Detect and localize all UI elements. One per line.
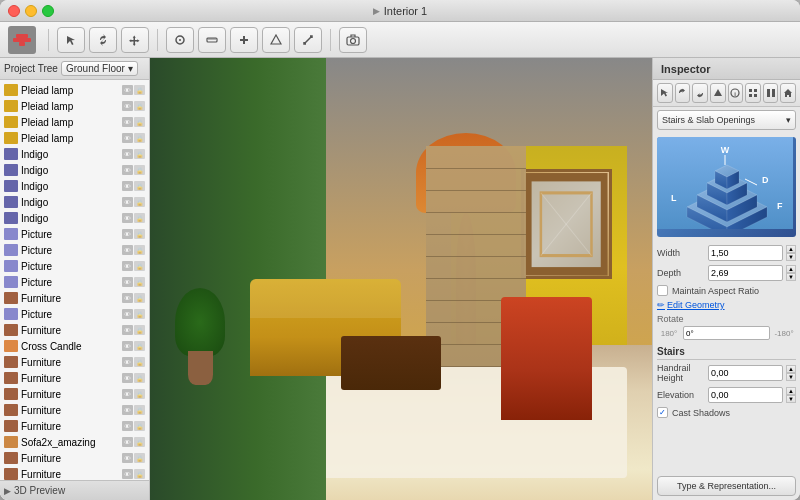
tree-item[interactable]: Furniture 👁 🔒 (0, 290, 149, 306)
visibility-icon[interactable]: 👁 (122, 117, 133, 127)
visibility-icon[interactable]: 👁 (122, 181, 133, 191)
3d-preview-toggle[interactable]: ▶ 3D Preview (0, 480, 149, 500)
visibility-icon[interactable]: 👁 (122, 245, 133, 255)
lock-icon[interactable]: 🔒 (134, 437, 145, 447)
lock-icon[interactable]: 🔒 (134, 101, 145, 111)
lock-icon[interactable]: 🔒 (134, 373, 145, 383)
lock-icon[interactable]: 🔒 (134, 85, 145, 95)
tree-item[interactable]: Furniture 👁 🔒 (0, 322, 149, 338)
tree-item[interactable]: Picture 👁 🔒 (0, 258, 149, 274)
lock-icon[interactable]: 🔒 (134, 309, 145, 319)
cast-shadows-checkbox[interactable]: ✓ (657, 407, 668, 418)
elevation-step-up[interactable]: ▲ (786, 387, 796, 395)
visibility-icon[interactable]: 👁 (122, 293, 133, 303)
elevation-step-down[interactable]: ▼ (786, 395, 796, 403)
close-button[interactable] (8, 5, 20, 17)
tree-item[interactable]: Furniture 👁 🔒 (0, 386, 149, 402)
lock-icon[interactable]: 🔒 (134, 261, 145, 271)
tree-item[interactable]: Picture 👁 🔒 (0, 242, 149, 258)
handrail-stepper[interactable]: ▲ ▼ (786, 365, 796, 381)
viewport[interactable] (150, 58, 652, 500)
tree-item[interactable]: Indigo 👁 🔒 (0, 194, 149, 210)
visibility-icon[interactable]: 👁 (122, 229, 133, 239)
handrail-step-up[interactable]: ▲ (786, 365, 796, 373)
lock-icon[interactable]: 🔒 (134, 469, 145, 479)
tree-item[interactable]: Indigo 👁 🔒 (0, 210, 149, 226)
lock-icon[interactable]: 🔒 (134, 117, 145, 127)
toolbar-btn-shape[interactable] (262, 27, 290, 53)
visibility-icon[interactable]: 👁 (122, 277, 133, 287)
lock-icon[interactable]: 🔒 (134, 357, 145, 367)
width-stepper[interactable]: ▲ ▼ (786, 245, 796, 261)
visibility-icon[interactable]: 👁 (122, 389, 133, 399)
toolbar-btn-add[interactable] (230, 27, 258, 53)
lock-icon[interactable]: 🔒 (134, 277, 145, 287)
tree-item[interactable]: Picture 👁 🔒 (0, 274, 149, 290)
toolbar-btn-ruler[interactable] (198, 27, 226, 53)
toolbar-btn-select[interactable] (57, 27, 85, 53)
tree-item[interactable]: Furniture 👁 🔒 (0, 418, 149, 434)
lock-icon[interactable]: 🔒 (134, 325, 145, 335)
visibility-icon[interactable]: 👁 (122, 165, 133, 175)
inspector-btn-split[interactable] (763, 83, 779, 103)
visibility-icon[interactable]: 👁 (122, 357, 133, 367)
depth-step-down[interactable]: ▼ (786, 273, 796, 281)
visibility-icon[interactable]: 👁 (122, 213, 133, 223)
visibility-icon[interactable]: 👁 (122, 261, 133, 271)
lock-icon[interactable]: 🔒 (134, 197, 145, 207)
toolbar-btn-rotate[interactable] (89, 27, 117, 53)
tree-item[interactable]: Cross Candle 👁 🔒 (0, 338, 149, 354)
tree-item[interactable]: Picture 👁 🔒 (0, 226, 149, 242)
visibility-icon[interactable]: 👁 (122, 85, 133, 95)
visibility-icon[interactable]: 👁 (122, 469, 133, 479)
inspector-btn-info[interactable]: i (728, 83, 744, 103)
width-step-down[interactable]: ▼ (786, 253, 796, 261)
lock-icon[interactable]: 🔒 (134, 389, 145, 399)
handrail-step-down[interactable]: ▼ (786, 373, 796, 381)
lock-icon[interactable]: 🔒 (134, 133, 145, 143)
tree-item[interactable]: Furniture 👁 🔒 (0, 466, 149, 480)
inspector-btn-rotate-l[interactable] (675, 83, 691, 103)
visibility-icon[interactable]: 👁 (122, 437, 133, 447)
lock-icon[interactable]: 🔒 (134, 149, 145, 159)
edit-geometry-link[interactable]: ✏ Edit Geometry (657, 300, 796, 310)
lock-icon[interactable]: 🔒 (134, 341, 145, 351)
visibility-icon[interactable]: 👁 (122, 453, 133, 463)
tree-item[interactable]: Picture 👁 🔒 (0, 306, 149, 322)
section-dropdown[interactable]: Stairs & Slab Openings ▾ (657, 110, 796, 130)
depth-step-up[interactable]: ▲ (786, 265, 796, 273)
lock-icon[interactable]: 🔒 (134, 453, 145, 463)
tree-item[interactable]: Furniture 👁 🔒 (0, 370, 149, 386)
toolbar-btn-circle[interactable] (166, 27, 194, 53)
maintain-aspect-checkbox[interactable] (657, 285, 668, 296)
toolbar-btn-resize[interactable] (294, 27, 322, 53)
toolbar-btn-camera[interactable] (339, 27, 367, 53)
visibility-icon[interactable]: 👁 (122, 341, 133, 351)
elevation-stepper[interactable]: ▲ ▼ (786, 387, 796, 403)
toolbar-btn-move[interactable] (121, 27, 149, 53)
tree-item[interactable]: Furniture 👁 🔒 (0, 402, 149, 418)
inspector-btn-home[interactable] (780, 83, 796, 103)
lock-icon[interactable]: 🔒 (134, 229, 145, 239)
tree-item[interactable]: Furniture 👁 🔒 (0, 354, 149, 370)
lock-icon[interactable]: 🔒 (134, 181, 145, 191)
tree-item[interactable]: Sofa2x_amazing 👁 🔒 (0, 434, 149, 450)
tree-list[interactable]: Pleiad lamp 👁 🔒 Pleiad lamp 👁 🔒 Pleiad l… (0, 80, 149, 480)
tree-item[interactable]: Pleiad lamp 👁 🔒 (0, 98, 149, 114)
tree-item[interactable]: Indigo 👁 🔒 (0, 146, 149, 162)
lock-icon[interactable]: 🔒 (134, 421, 145, 431)
visibility-icon[interactable]: 👁 (122, 405, 133, 415)
maximize-button[interactable] (42, 5, 54, 17)
inspector-btn-select[interactable] (657, 83, 673, 103)
type-rep-button[interactable]: Type & Representation... (657, 476, 796, 496)
visibility-icon[interactable]: 👁 (122, 197, 133, 207)
tree-item[interactable]: Furniture 👁 🔒 (0, 450, 149, 466)
inspector-btn-shape[interactable] (710, 83, 726, 103)
visibility-icon[interactable]: 👁 (122, 101, 133, 111)
tree-item[interactable]: Pleiad lamp 👁 🔒 (0, 82, 149, 98)
lock-icon[interactable]: 🔒 (134, 165, 145, 175)
width-step-up[interactable]: ▲ (786, 245, 796, 253)
tree-item[interactable]: Pleiad lamp 👁 🔒 (0, 130, 149, 146)
rotate-value[interactable]: 0° (683, 326, 770, 340)
visibility-icon[interactable]: 👁 (122, 149, 133, 159)
